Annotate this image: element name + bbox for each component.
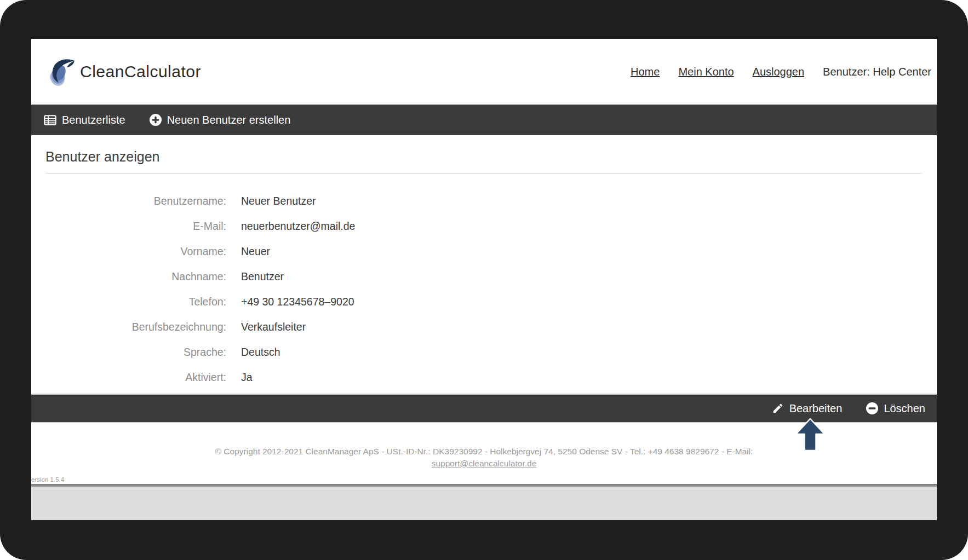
bottom-gray-bar: [31, 485, 937, 520]
detail-label: Vorname:: [45, 245, 226, 258]
detail-value: Ja: [241, 371, 253, 384]
toolbar-user-list-label: Benutzerliste: [62, 114, 125, 126]
toolbar-create-user-label: Neuen Benutzer erstellen: [167, 114, 291, 126]
edit-button[interactable]: Bearbeiten: [772, 402, 843, 415]
cursor-arrow-annotation: [795, 418, 826, 454]
brand: CleanCalculator: [49, 57, 201, 86]
detail-row-email: E-Mail: neuerbenutzer@mail.de: [45, 213, 923, 239]
detail-row-jobtitle: Berufsbezeichnung: Verkaufsleiter: [45, 314, 923, 339]
nav-logout-link[interactable]: Ausloggen: [753, 66, 805, 78]
minus-circle-icon: [866, 402, 878, 414]
detail-value: Neuer Benutzer: [241, 195, 316, 207]
detail-row-activated: Aktiviert: Ja: [45, 365, 923, 390]
version-label: Version 1.5.4: [31, 476, 64, 483]
toolbar-item-create-user[interactable]: Neuen Benutzer erstellen: [150, 114, 291, 126]
page-title: Benutzer anzeigen: [45, 148, 923, 174]
header: CleanCalculator Home Mein Konto Auslogge…: [31, 39, 937, 105]
detail-row-lastname: Nachname: Benutzer: [45, 264, 923, 289]
detail-label: E-Mail:: [45, 220, 226, 233]
detail-label: Nachname:: [45, 270, 226, 283]
user-details: Benutzername: Neuer Benutzer E-Mail: neu…: [45, 188, 923, 390]
pencil-icon: [772, 402, 784, 414]
brand-name: CleanCalculator: [80, 62, 201, 81]
toolbar-item-user-list[interactable]: Benutzerliste: [44, 114, 125, 126]
toolbar: Benutzerliste Neuen Benutzer erstellen: [31, 105, 937, 135]
detail-label: Berufsbezeichnung:: [45, 321, 226, 333]
content: Benutzer anzeigen Benutzername: Neuer Be…: [31, 148, 937, 390]
delete-button[interactable]: Löschen: [866, 402, 925, 415]
detail-label: Telefon:: [45, 296, 226, 308]
delete-button-label: Löschen: [884, 402, 925, 415]
detail-label: Benutzername:: [45, 195, 226, 207]
detail-row-phone: Telefon: +49 30 12345678–9020: [45, 289, 923, 314]
screenshot-canvas: CleanCalculator Home Mein Konto Auslogge…: [0, 0, 968, 560]
detail-value: Neuer: [241, 245, 270, 258]
nav-account-link[interactable]: Mein Konto: [678, 66, 734, 78]
table-icon: [44, 115, 56, 125]
detail-value: +49 30 12345678–9020: [241, 296, 354, 308]
support-email-link[interactable]: support@cleancalculator.de: [432, 459, 537, 468]
nav-home-link[interactable]: Home: [631, 66, 660, 78]
edit-button-label: Bearbeiten: [789, 402, 843, 415]
detail-value: neuerbenutzer@mail.de: [241, 220, 355, 233]
detail-value: Verkaufsleiter: [241, 321, 306, 333]
detail-label: Aktiviert:: [45, 371, 226, 384]
plus-circle-icon: [150, 114, 162, 126]
detail-value: Benutzer: [241, 270, 284, 283]
brand-logo-icon: [49, 57, 77, 86]
detail-row-firstname: Vorname: Neuer: [45, 239, 923, 264]
app-page: CleanCalculator Home Mein Konto Auslogge…: [31, 39, 937, 484]
detail-row-username: Benutzername: Neuer Benutzer: [45, 188, 923, 213]
top-nav: Home Mein Konto Ausloggen Benutzer: Help…: [631, 66, 931, 78]
detail-row-language: Sprache: Deutsch: [45, 339, 923, 365]
logged-in-user-label: Benutzer: Help Center: [823, 66, 931, 78]
detail-value: Deutsch: [241, 346, 280, 359]
detail-label: Sprache:: [45, 346, 226, 359]
